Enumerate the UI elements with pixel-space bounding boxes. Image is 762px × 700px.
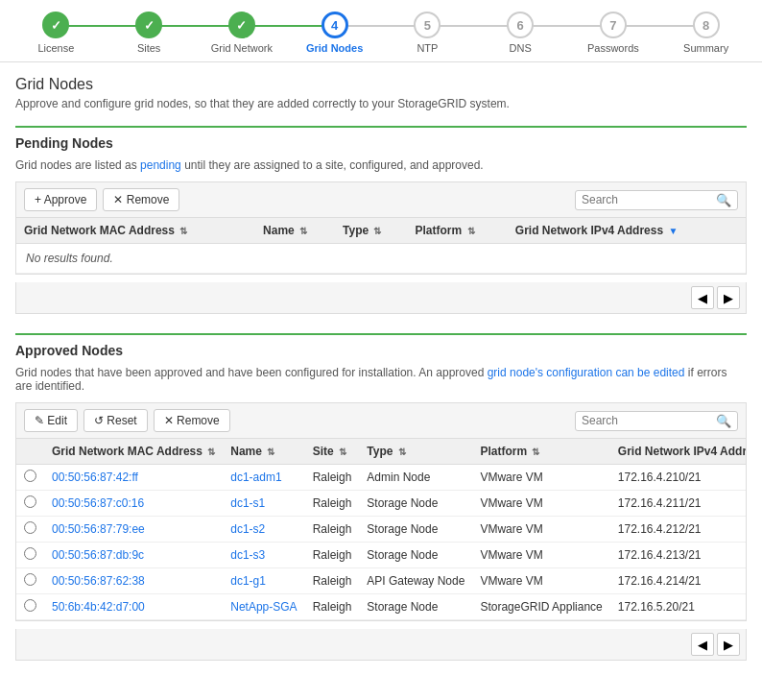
step-label-6: Passwords xyxy=(587,42,639,54)
row-radio-1[interactable] xyxy=(16,491,44,517)
step-label-2: Grid Network xyxy=(211,42,273,54)
pending-pagination: ◀ ▶ xyxy=(15,282,747,314)
pending-col-ip[interactable]: Grid Network IPv4 Address ▼ xyxy=(508,218,746,244)
pending-col-type[interactable]: Type ⇅ xyxy=(335,218,408,244)
row-platform-5: StorageGRID Appliance xyxy=(472,594,609,620)
approved-reset-button[interactable]: ↺ Reset xyxy=(83,409,148,432)
pending-col-platform[interactable]: Platform ⇅ xyxy=(408,218,508,244)
row-mac-0: 00:50:56:87:42:ff xyxy=(44,465,223,491)
step-circle-4: 5 xyxy=(414,12,441,38)
approved-table-row[interactable]: 00:50:56:87:c0:16 dc1-s1 Raleigh Storage… xyxy=(16,491,747,517)
wizard-step-dns[interactable]: 6DNS xyxy=(474,12,567,54)
approved-remove-button[interactable]: ✕ Remove xyxy=(154,409,230,432)
approved-search-box: 🔍 xyxy=(575,411,738,431)
row-radio-3[interactable] xyxy=(16,543,44,568)
approved-col-mac[interactable]: Grid Network MAC Address ⇅ xyxy=(44,439,223,465)
approved-col-type[interactable]: Type ⇅ xyxy=(359,439,472,465)
step-circle-7: 8 xyxy=(693,12,720,38)
row-mac-3: 00:50:56:87:db:9c xyxy=(44,543,223,568)
row-mac-4: 00:50:56:87:62:38 xyxy=(44,568,223,594)
approved-next-page[interactable]: ▶ xyxy=(717,633,740,656)
row-site-4: Raleigh xyxy=(305,568,360,594)
row-mac-2: 00:50:56:87:79:ee xyxy=(44,517,223,543)
pending-prev-page[interactable]: ◀ xyxy=(691,286,714,309)
row-type-2: Storage Node xyxy=(359,517,472,543)
pending-search-icon: 🔍 xyxy=(716,193,731,207)
pending-search-box: 🔍 xyxy=(575,190,738,210)
approved-table-row[interactable]: 50:6b:4b:42:d7:00 NetApp-SGA Raleigh Sto… xyxy=(16,594,747,620)
approved-search-input[interactable] xyxy=(582,414,716,427)
row-type-4: API Gateway Node xyxy=(359,568,472,594)
pending-link[interactable]: pending xyxy=(140,158,181,172)
pending-table: Grid Network MAC Address ⇅ Name ⇅ Type ⇅… xyxy=(16,218,746,274)
row-type-5: Storage Node xyxy=(359,594,472,620)
approved-col-platform[interactable]: Platform ⇅ xyxy=(472,439,609,465)
row-type-3: Storage Node xyxy=(359,543,472,568)
approved-table-container: Grid Network MAC Address ⇅ Name ⇅ Site ⇅… xyxy=(15,439,747,621)
row-ip-4: 172.16.4.214/21 xyxy=(610,568,747,594)
approved-table-header: Grid Network MAC Address ⇅ Name ⇅ Site ⇅… xyxy=(16,439,747,465)
pending-approve-button[interactable]: + Approve xyxy=(24,188,97,211)
row-ip-3: 172.16.4.213/21 xyxy=(610,543,747,568)
step-label-7: Summary xyxy=(683,42,728,54)
approved-col-name[interactable]: Name ⇅ xyxy=(223,439,304,465)
step-circle-1: ✓ xyxy=(135,12,162,38)
row-platform-3: VMware VM xyxy=(472,543,609,568)
row-site-5: Raleigh xyxy=(305,594,360,620)
row-radio-4[interactable] xyxy=(16,568,44,594)
step-label-1: Sites xyxy=(137,42,160,54)
wizard-step-summary[interactable]: 8Summary xyxy=(659,12,752,54)
row-site-2: Raleigh xyxy=(305,517,360,543)
approved-edit-button[interactable]: ✎ Edit xyxy=(24,409,78,432)
row-radio-0[interactable] xyxy=(16,465,44,491)
approved-toolbar-buttons: ✎ Edit ↺ Reset ✕ Remove xyxy=(24,409,230,432)
approved-table-row[interactable]: 00:50:56:87:db:9c dc1-s3 Raleigh Storage… xyxy=(16,543,747,568)
row-name-1: dc1-s1 xyxy=(223,491,304,517)
pending-no-results: No results found. xyxy=(16,244,746,274)
pending-info-text: Grid nodes are listed as pending until t… xyxy=(15,158,747,172)
approved-table-row[interactable]: 00:50:56:87:62:38 dc1-g1 Raleigh API Gat… xyxy=(16,568,747,594)
approved-link[interactable]: grid node's configuration can be edited xyxy=(488,366,685,379)
pending-col-mac[interactable]: Grid Network MAC Address ⇅ xyxy=(16,218,255,244)
approved-prev-page[interactable]: ◀ xyxy=(691,633,714,656)
pending-col-name[interactable]: Name ⇅ xyxy=(255,218,335,244)
row-type-0: Admin Node xyxy=(359,465,472,491)
row-site-1: Raleigh xyxy=(305,491,360,517)
page-title: Grid Nodes xyxy=(15,76,747,93)
approved-table-row[interactable]: 00:50:56:87:79:ee dc1-s2 Raleigh Storage… xyxy=(16,517,747,543)
row-ip-5: 172.16.5.20/21 xyxy=(610,594,747,620)
row-radio-5[interactable] xyxy=(16,594,44,620)
row-platform-4: VMware VM xyxy=(472,568,609,594)
pending-next-page[interactable]: ▶ xyxy=(717,286,740,309)
page-subtitle: Approve and configure grid nodes, so tha… xyxy=(15,97,747,110)
row-platform-2: VMware VM xyxy=(472,517,609,543)
row-radio-2[interactable] xyxy=(16,517,44,543)
wizard-step-passwords[interactable]: 7Passwords xyxy=(567,12,660,54)
wizard-step-grid-nodes[interactable]: 4Grid Nodes xyxy=(288,12,381,54)
pending-remove-button[interactable]: ✕ Remove xyxy=(103,188,179,211)
approved-info-text: Grid nodes that have been approved and h… xyxy=(15,366,747,393)
row-mac-1: 00:50:56:87:c0:16 xyxy=(44,491,223,517)
wizard-step-license[interactable]: ✓License xyxy=(10,12,103,54)
wizard-step-grid-network[interactable]: ✓Grid Network xyxy=(196,12,289,54)
approved-search-icon: 🔍 xyxy=(716,414,731,428)
approved-col-ip[interactable]: Grid Network IPv4 Address ▼ xyxy=(610,439,747,465)
approved-col-site[interactable]: Site ⇅ xyxy=(305,439,360,465)
step-label-4: NTP xyxy=(417,42,438,54)
step-circle-6: 7 xyxy=(600,12,627,38)
row-site-3: Raleigh xyxy=(305,543,360,568)
step-label-0: License xyxy=(37,42,74,54)
row-name-5: NetApp-SGA xyxy=(223,594,304,620)
step-circle-3: 4 xyxy=(321,12,348,38)
row-type-1: Storage Node xyxy=(359,491,472,517)
approved-table-row[interactable]: 00:50:56:87:42:ff dc1-adm1 Raleigh Admin… xyxy=(16,465,747,491)
approved-col-radio-header xyxy=(16,439,44,465)
approved-pagination: ◀ ▶ xyxy=(15,629,747,661)
pending-search-input[interactable] xyxy=(582,193,716,206)
wizard-step-ntp[interactable]: 5NTP xyxy=(381,12,474,54)
row-platform-0: VMware VM xyxy=(472,465,609,491)
wizard-step-sites[interactable]: ✓Sites xyxy=(103,12,196,54)
step-label-5: DNS xyxy=(510,42,532,54)
row-site-0: Raleigh xyxy=(305,465,360,491)
step-circle-0: ✓ xyxy=(42,12,69,38)
